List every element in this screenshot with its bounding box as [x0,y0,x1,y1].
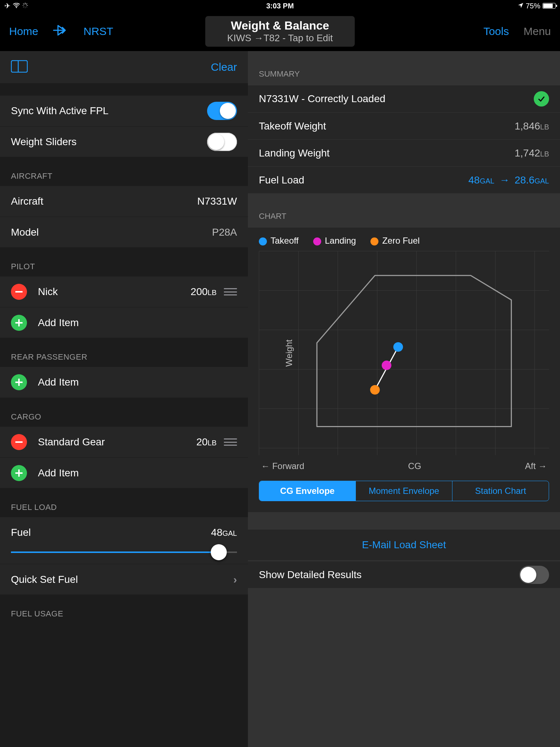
cargo-weight: 20 [196,436,207,448]
tools-button[interactable]: Tools [483,25,509,38]
direct-to-button[interactable] [53,25,69,38]
svg-point-0 [16,7,17,8]
landing-dot-icon [313,237,321,245]
add-pilot-label: Add Item [38,317,237,329]
nrst-button[interactable]: NRST [83,25,113,38]
page-title: Weight & Balance [227,19,333,32]
chevron-right-icon: › [233,573,237,586]
add-pilot-button[interactable] [11,315,27,331]
fuel-load-row[interactable]: Fuel Load 48GAL → 28.6GAL [248,166,560,193]
page-title-area[interactable]: Weight & Balance KIWS →T82 - Tap to Edit [205,16,355,47]
chart-x-axis: ← Forward CG Aft → [259,461,549,471]
chart-area[interactable]: Weight [259,251,549,455]
status-left: ✈︎ [4,1,77,10]
seg-station-chart[interactable]: Station Chart [452,481,549,501]
home-button[interactable]: Home [9,25,38,38]
weight-sliders-label: Weight Sliders [11,136,207,148]
summary-header: SUMMARY [248,51,560,85]
aircraft-row[interactable]: Aircraft N7331W [0,186,248,217]
chart-type-segment[interactable]: CG Envelope Moment Envelope Station Char… [259,481,549,501]
aircraft-label: Aircraft [11,196,197,207]
seg-cg-envelope[interactable]: CG Envelope [259,481,355,501]
svg-rect-9 [11,61,27,72]
landing-weight-label: Landing Weight [259,147,514,159]
email-load-sheet-button[interactable]: E-Mail Load Sheet [248,530,560,560]
add-pilot-row[interactable]: Add Item [0,307,248,338]
svg-line-7 [23,7,24,7]
nav-bar: Home NRST Weight & Balance KIWS →T82 - T… [0,12,560,51]
add-cargo-button[interactable] [11,465,27,481]
status-right: 75% [483,2,556,10]
clear-button[interactable]: Clear [211,61,237,73]
pilot-row[interactable]: Nick 200LB [0,276,248,307]
status-time: 3:03 PM [77,2,483,10]
status-ok-icon [534,91,549,107]
airplane-mode-icon: ✈︎ [4,1,11,10]
add-rear-passenger-button[interactable] [11,374,27,390]
left-pane: Clear Sync With Active FPL Weight Slider… [0,51,248,747]
fuel-slider-knob[interactable] [211,544,227,560]
model-value: P28A [212,227,237,238]
takeoff-weight-row: Takeoff Weight 1,846LB [248,112,560,139]
landing-weight-value: 1,742 [514,147,540,159]
cargo-row[interactable]: Standard Gear 20LB [0,427,248,457]
reorder-handle-icon[interactable] [224,438,237,446]
cg-envelope-plot [259,251,549,455]
remove-cargo-button[interactable] [11,434,27,450]
seg-moment-envelope[interactable]: Moment Envelope [355,481,452,501]
svg-point-15 [393,342,403,352]
sync-fpl-toggle[interactable] [207,102,237,120]
fuel-load-header: FUEL LOAD [0,488,248,517]
fuel-from-unit: GAL [480,177,494,185]
aircraft-value: N7331W [197,196,237,207]
svg-point-14 [382,361,392,370]
takeoff-weight-label: Takeoff Weight [259,120,514,132]
landing-weight-row: Landing Weight 1,742LB [248,139,560,166]
zerofuel-dot-icon [370,237,378,245]
cargo-name: Standard Gear [38,436,196,448]
pilot-header: PILOT [0,247,248,276]
menu-button[interactable]: Menu [524,25,551,38]
svg-line-8 [26,4,27,4]
fuel-to-value: 28.6 [514,174,534,186]
quick-set-fuel-row[interactable]: Quick Set Fuel › [0,564,248,595]
model-label: Model [11,227,212,238]
x-cg-label: CG [408,461,421,471]
add-cargo-row[interactable]: Add Item [0,457,248,488]
page-subtitle: KIWS →T82 - Tap to Edit [227,32,333,44]
fuel-slider[interactable] [0,548,248,564]
add-rear-passenger-label: Add Item [38,376,237,388]
model-row[interactable]: Model P28A [0,217,248,247]
remove-pilot-button[interactable] [11,284,27,300]
pilot-weight-unit: LB [208,289,217,297]
add-cargo-label: Add Item [38,467,237,479]
svg-line-5 [23,4,24,4]
chart-legend: Takeoff Landing Zero Fuel [259,236,549,246]
weight-sliders-toggle[interactable] [207,133,237,151]
landing-weight-unit: LB [540,150,549,158]
right-pane: SUMMARY N7331W - Correctly Loaded Takeof… [248,51,560,747]
legend-landing: Landing [325,236,356,245]
aircraft-header: AIRCRAFT [0,157,248,186]
legend-takeoff: Takeoff [271,236,299,245]
loading-spinner-icon [22,2,28,10]
detailed-results-row: Show Detailed Results [248,561,560,588]
x-forward-label: ← Forward [261,461,304,471]
svg-line-6 [26,7,27,7]
add-rear-passenger-row[interactable]: Add Item [0,367,248,398]
pilot-name: Nick [38,286,191,298]
fuel-value: 48 [211,527,222,538]
fuel-unit: GAL [222,529,237,537]
split-view-button[interactable] [11,60,28,74]
battery-percent: 75% [526,2,540,10]
battery-icon [542,3,556,9]
reorder-handle-icon[interactable] [224,288,237,295]
status-row: N7331W - Correctly Loaded [248,85,560,112]
cargo-header: CARGO [0,398,248,427]
status-bar: ✈︎ 3:03 PM 75% [0,0,560,12]
status-text: N7331W - Correctly Loaded [259,93,534,105]
rear-passenger-header: REAR PASSENGER [0,338,248,367]
chart-header: CHART [248,193,560,228]
fuel-row[interactable]: Fuel 48GAL [0,517,248,548]
detailed-results-toggle[interactable] [519,566,549,584]
